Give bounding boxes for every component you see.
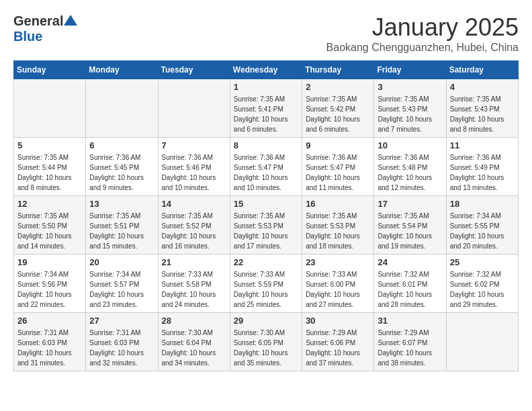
calendar-cell: 1Sunrise: 7:35 AM Sunset: 5:41 PM Daylig…: [230, 79, 302, 138]
calendar-cell: [14, 79, 86, 138]
day-number: 22: [234, 257, 298, 267]
calendar-week-5: 26Sunrise: 7:31 AM Sunset: 6:03 PM Dayli…: [14, 313, 519, 371]
calendar-cell: 15Sunrise: 7:35 AM Sunset: 5:53 PM Dayli…: [230, 196, 302, 255]
logo-icon: [64, 13, 77, 27]
logo: General Blue: [13, 13, 77, 44]
day-info: Sunrise: 7:35 AM Sunset: 5:50 PM Dayligh…: [17, 211, 82, 251]
day-number: 14: [162, 199, 226, 209]
calendar-cell: 19Sunrise: 7:34 AM Sunset: 5:56 PM Dayli…: [14, 255, 86, 313]
calendar-cell: 14Sunrise: 7:35 AM Sunset: 5:52 PM Dayli…: [158, 196, 230, 255]
calendar-cell: 11Sunrise: 7:36 AM Sunset: 5:49 PM Dayli…: [446, 138, 518, 196]
calendar-cell: 7Sunrise: 7:36 AM Sunset: 5:46 PM Daylig…: [158, 138, 230, 196]
day-number: 1: [234, 82, 298, 92]
calendar-cell: 25Sunrise: 7:32 AM Sunset: 6:02 PM Dayli…: [446, 255, 518, 313]
day-number: 31: [378, 316, 442, 326]
calendar-subtitle: Baokang Chengguanzhen, Hubei, China: [326, 42, 519, 54]
day-number: 27: [89, 316, 154, 326]
calendar-cell: [86, 79, 158, 138]
day-number: 10: [378, 140, 442, 150]
day-info: Sunrise: 7:33 AM Sunset: 6:00 PM Dayligh…: [306, 269, 370, 310]
svg-marker-0: [64, 15, 77, 26]
calendar-cell: 29Sunrise: 7:30 AM Sunset: 6:05 PM Dayli…: [230, 313, 302, 371]
day-info: Sunrise: 7:36 AM Sunset: 5:45 PM Dayligh…: [89, 152, 154, 193]
day-number: 24: [378, 257, 442, 267]
calendar-header-row: SundayMondayTuesdayWednesdayThursdayFrid…: [14, 61, 519, 79]
day-header-friday: Friday: [374, 61, 446, 79]
calendar-cell: 17Sunrise: 7:35 AM Sunset: 5:54 PM Dayli…: [374, 196, 446, 255]
day-number: 13: [89, 199, 154, 209]
day-number: 9: [306, 140, 370, 150]
calendar-week-1: 1Sunrise: 7:35 AM Sunset: 5:41 PM Daylig…: [14, 79, 519, 138]
logo-general-text: General: [13, 13, 63, 29]
calendar-cell: 21Sunrise: 7:33 AM Sunset: 5:58 PM Dayli…: [158, 255, 230, 313]
calendar-cell: 30Sunrise: 7:29 AM Sunset: 6:06 PM Dayli…: [302, 313, 374, 371]
day-info: Sunrise: 7:35 AM Sunset: 5:53 PM Dayligh…: [234, 211, 298, 251]
calendar-week-3: 12Sunrise: 7:35 AM Sunset: 5:50 PM Dayli…: [14, 196, 519, 255]
day-header-sunday: Sunday: [14, 61, 86, 79]
calendar-cell: 31Sunrise: 7:29 AM Sunset: 6:07 PM Dayli…: [374, 313, 446, 371]
day-number: 28: [162, 316, 226, 326]
calendar-week-4: 19Sunrise: 7:34 AM Sunset: 5:56 PM Dayli…: [14, 255, 519, 313]
calendar-cell: 27Sunrise: 7:31 AM Sunset: 6:03 PM Dayli…: [86, 313, 158, 371]
day-number: 8: [234, 140, 298, 150]
day-info: Sunrise: 7:36 AM Sunset: 5:46 PM Dayligh…: [162, 152, 226, 193]
day-info: Sunrise: 7:34 AM Sunset: 5:57 PM Dayligh…: [89, 269, 154, 310]
day-info: Sunrise: 7:35 AM Sunset: 5:53 PM Dayligh…: [306, 211, 370, 251]
day-info: Sunrise: 7:36 AM Sunset: 5:48 PM Dayligh…: [378, 152, 442, 193]
calendar-table: SundayMondayTuesdayWednesdayThursdayFrid…: [13, 60, 519, 371]
title-block: January 2025 Baokang Chengguanzhen, Hube…: [326, 13, 519, 54]
calendar-cell: 10Sunrise: 7:36 AM Sunset: 5:48 PM Dayli…: [374, 138, 446, 196]
day-number: 25: [450, 257, 515, 267]
calendar-cell: 2Sunrise: 7:35 AM Sunset: 5:42 PM Daylig…: [302, 79, 374, 138]
day-info: Sunrise: 7:34 AM Sunset: 5:56 PM Dayligh…: [17, 269, 82, 310]
day-number: 4: [450, 82, 515, 92]
day-info: Sunrise: 7:36 AM Sunset: 5:49 PM Dayligh…: [450, 152, 515, 193]
calendar-cell: 20Sunrise: 7:34 AM Sunset: 5:57 PM Dayli…: [86, 255, 158, 313]
day-info: Sunrise: 7:34 AM Sunset: 5:55 PM Dayligh…: [450, 211, 515, 251]
day-info: Sunrise: 7:35 AM Sunset: 5:42 PM Dayligh…: [306, 94, 370, 134]
day-header-tuesday: Tuesday: [158, 61, 230, 79]
day-number: 18: [450, 199, 515, 209]
day-info: Sunrise: 7:35 AM Sunset: 5:44 PM Dayligh…: [17, 152, 82, 193]
day-number: 17: [378, 199, 442, 209]
day-info: Sunrise: 7:36 AM Sunset: 5:47 PM Dayligh…: [306, 152, 370, 193]
day-number: 20: [89, 257, 154, 267]
day-info: Sunrise: 7:35 AM Sunset: 5:54 PM Dayligh…: [378, 211, 442, 251]
day-info: Sunrise: 7:35 AM Sunset: 5:43 PM Dayligh…: [378, 94, 442, 134]
calendar-cell: 28Sunrise: 7:30 AM Sunset: 6:04 PM Dayli…: [158, 313, 230, 371]
day-number: 15: [234, 199, 298, 209]
calendar-cell: 9Sunrise: 7:36 AM Sunset: 5:47 PM Daylig…: [302, 138, 374, 196]
calendar-cell: 8Sunrise: 7:36 AM Sunset: 5:47 PM Daylig…: [230, 138, 302, 196]
calendar-cell: 5Sunrise: 7:35 AM Sunset: 5:44 PM Daylig…: [14, 138, 86, 196]
day-number: 23: [306, 257, 370, 267]
calendar-cell: 13Sunrise: 7:35 AM Sunset: 5:51 PM Dayli…: [86, 196, 158, 255]
day-info: Sunrise: 7:32 AM Sunset: 6:01 PM Dayligh…: [378, 269, 442, 310]
day-header-wednesday: Wednesday: [230, 61, 302, 79]
day-number: 12: [17, 199, 82, 209]
calendar-cell: 26Sunrise: 7:31 AM Sunset: 6:03 PM Dayli…: [14, 313, 86, 371]
day-info: Sunrise: 7:35 AM Sunset: 5:51 PM Dayligh…: [89, 211, 154, 251]
calendar-cell: 16Sunrise: 7:35 AM Sunset: 5:53 PM Dayli…: [302, 196, 374, 255]
day-info: Sunrise: 7:30 AM Sunset: 6:04 PM Dayligh…: [162, 328, 226, 368]
calendar-cell: [446, 313, 518, 371]
day-number: 2: [306, 82, 370, 92]
day-number: 30: [306, 316, 370, 326]
calendar-cell: 24Sunrise: 7:32 AM Sunset: 6:01 PM Dayli…: [374, 255, 446, 313]
logo-blue-text: Blue: [13, 29, 42, 44]
day-info: Sunrise: 7:31 AM Sunset: 6:03 PM Dayligh…: [89, 328, 154, 368]
day-number: 5: [17, 140, 82, 150]
day-info: Sunrise: 7:35 AM Sunset: 5:41 PM Dayligh…: [234, 94, 298, 134]
calendar-week-2: 5Sunrise: 7:35 AM Sunset: 5:44 PM Daylig…: [14, 138, 519, 196]
calendar-cell: 4Sunrise: 7:35 AM Sunset: 5:43 PM Daylig…: [446, 79, 518, 138]
day-info: Sunrise: 7:35 AM Sunset: 5:52 PM Dayligh…: [162, 211, 226, 251]
day-info: Sunrise: 7:31 AM Sunset: 6:03 PM Dayligh…: [17, 328, 82, 368]
calendar-title: January 2025: [326, 13, 519, 42]
day-header-thursday: Thursday: [302, 61, 374, 79]
day-number: 16: [306, 199, 370, 209]
day-header-monday: Monday: [86, 61, 158, 79]
day-info: Sunrise: 7:35 AM Sunset: 5:43 PM Dayligh…: [450, 94, 515, 134]
day-number: 26: [17, 316, 82, 326]
calendar-cell: 6Sunrise: 7:36 AM Sunset: 5:45 PM Daylig…: [86, 138, 158, 196]
day-number: 11: [450, 140, 515, 150]
day-number: 29: [234, 316, 298, 326]
